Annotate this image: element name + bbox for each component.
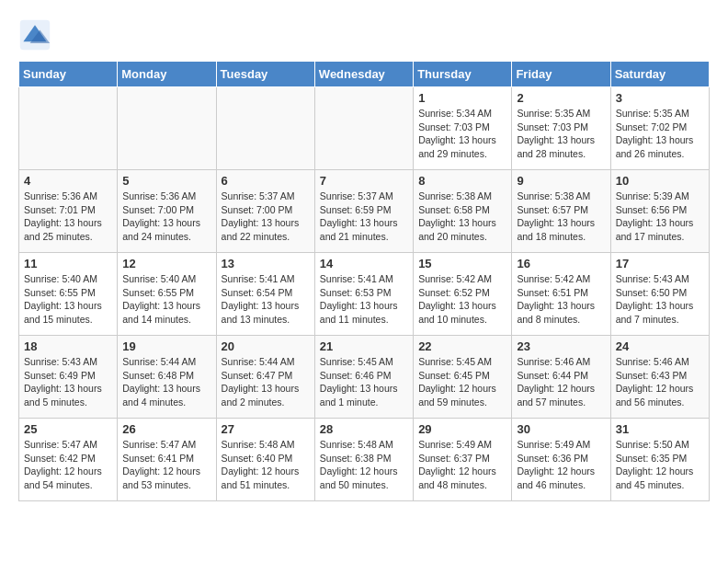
calendar-cell: 25Sunrise: 5:47 AMSunset: 6:42 PMDayligh…	[19, 419, 118, 501]
day-info: Sunrise: 5:48 AMSunset: 6:38 PMDaylight:…	[320, 438, 408, 492]
day-number: 13	[222, 257, 310, 270]
day-number: 17	[616, 257, 704, 270]
day-info: Sunrise: 5:42 AMSunset: 6:51 PMDaylight:…	[517, 272, 605, 327]
calendar-cell: 26Sunrise: 5:47 AMSunset: 6:41 PMDayligh…	[118, 419, 216, 501]
day-number: 18	[24, 339, 112, 353]
day-info: Sunrise: 5:50 AMSunset: 6:35 PMDaylight:…	[616, 438, 704, 492]
weekday-sunday: Sunday	[19, 62, 118, 87]
calendar-cell: 19Sunrise: 5:44 AMSunset: 6:48 PMDayligh…	[118, 336, 216, 419]
day-number: 9	[517, 174, 605, 188]
day-info: Sunrise: 5:46 AMSunset: 6:44 PMDaylight:…	[517, 355, 605, 409]
day-info: Sunrise: 5:43 AMSunset: 6:49 PMDaylight:…	[24, 355, 112, 409]
day-number: 14	[320, 257, 408, 270]
calendar-week-3: 11Sunrise: 5:40 AMSunset: 6:55 PMDayligh…	[19, 253, 710, 336]
day-number: 15	[418, 257, 506, 270]
day-number: 27	[222, 422, 310, 436]
weekday-tuesday: Tuesday	[216, 62, 314, 87]
weekday-monday: Monday	[118, 62, 216, 87]
day-number: 30	[517, 422, 605, 436]
calendar-cell: 6Sunrise: 5:37 AMSunset: 7:00 PMDaylight…	[216, 170, 314, 253]
calendar-cell: 27Sunrise: 5:48 AMSunset: 6:40 PMDayligh…	[216, 419, 314, 501]
calendar-cell: 18Sunrise: 5:43 AMSunset: 6:49 PMDayligh…	[19, 336, 118, 419]
calendar-cell: 15Sunrise: 5:42 AMSunset: 6:52 PMDayligh…	[414, 253, 512, 336]
calendar-cell: 5Sunrise: 5:36 AMSunset: 7:00 PMDaylight…	[118, 170, 216, 253]
day-info: Sunrise: 5:45 AMSunset: 6:45 PMDaylight:…	[418, 355, 506, 409]
calendar-cell: 22Sunrise: 5:45 AMSunset: 6:45 PMDayligh…	[414, 336, 512, 419]
calendar-cell	[118, 87, 216, 170]
day-info: Sunrise: 5:35 AMSunset: 7:03 PMDaylight:…	[517, 107, 605, 161]
day-number: 19	[122, 339, 210, 353]
day-info: Sunrise: 5:40 AMSunset: 6:55 PMDaylight:…	[122, 272, 210, 327]
day-number: 28	[320, 422, 408, 436]
calendar-cell: 21Sunrise: 5:45 AMSunset: 6:46 PMDayligh…	[314, 336, 413, 419]
calendar-week-5: 25Sunrise: 5:47 AMSunset: 6:42 PMDayligh…	[19, 419, 710, 501]
day-info: Sunrise: 5:38 AMSunset: 6:57 PMDaylight:…	[517, 190, 605, 244]
day-number: 12	[122, 257, 210, 270]
calendar-cell: 31Sunrise: 5:50 AMSunset: 6:35 PMDayligh…	[610, 419, 709, 501]
day-info: Sunrise: 5:42 AMSunset: 6:52 PMDaylight:…	[418, 272, 506, 327]
day-number: 8	[418, 174, 506, 188]
day-number: 6	[222, 174, 310, 188]
day-number: 29	[418, 422, 506, 436]
calendar-cell: 28Sunrise: 5:48 AMSunset: 6:38 PMDayligh…	[314, 419, 413, 501]
day-number: 21	[320, 339, 408, 353]
calendar-cell: 12Sunrise: 5:40 AMSunset: 6:55 PMDayligh…	[118, 253, 216, 336]
calendar-cell: 3Sunrise: 5:35 AMSunset: 7:02 PMDaylight…	[610, 87, 709, 170]
day-number: 11	[24, 257, 112, 270]
day-info: Sunrise: 5:43 AMSunset: 6:50 PMDaylight:…	[616, 272, 704, 327]
day-info: Sunrise: 5:36 AMSunset: 7:01 PMDaylight:…	[24, 190, 112, 244]
calendar-cell: 7Sunrise: 5:37 AMSunset: 6:59 PMDaylight…	[314, 170, 413, 253]
day-info: Sunrise: 5:34 AMSunset: 7:03 PMDaylight:…	[418, 107, 506, 161]
day-info: Sunrise: 5:45 AMSunset: 6:46 PMDaylight:…	[320, 355, 408, 409]
day-info: Sunrise: 5:35 AMSunset: 7:02 PMDaylight:…	[616, 107, 704, 161]
calendar-cell: 1Sunrise: 5:34 AMSunset: 7:03 PMDaylight…	[414, 87, 512, 170]
weekday-friday: Friday	[512, 62, 610, 87]
day-number: 22	[418, 339, 506, 353]
day-info: Sunrise: 5:37 AMSunset: 7:00 PMDaylight:…	[222, 190, 310, 244]
calendar-cell: 2Sunrise: 5:35 AMSunset: 7:03 PMDaylight…	[512, 87, 610, 170]
day-number: 31	[616, 422, 704, 436]
day-info: Sunrise: 5:49 AMSunset: 6:36 PMDaylight:…	[517, 438, 605, 492]
day-number: 20	[222, 339, 310, 353]
weekday-thursday: Thursday	[414, 62, 512, 87]
day-info: Sunrise: 5:40 AMSunset: 6:55 PMDaylight:…	[24, 272, 112, 327]
day-number: 25	[24, 422, 112, 436]
calendar-cell: 11Sunrise: 5:40 AMSunset: 6:55 PMDayligh…	[19, 253, 118, 336]
calendar-cell: 17Sunrise: 5:43 AMSunset: 6:50 PMDayligh…	[610, 253, 709, 336]
calendar-cell: 10Sunrise: 5:39 AMSunset: 6:56 PMDayligh…	[610, 170, 709, 253]
calendar-cell: 13Sunrise: 5:41 AMSunset: 6:54 PMDayligh…	[216, 253, 314, 336]
day-info: Sunrise: 5:37 AMSunset: 6:59 PMDaylight:…	[320, 190, 408, 244]
day-info: Sunrise: 5:38 AMSunset: 6:58 PMDaylight:…	[418, 190, 506, 244]
calendar-cell: 30Sunrise: 5:49 AMSunset: 6:36 PMDayligh…	[512, 419, 610, 501]
day-info: Sunrise: 5:44 AMSunset: 6:48 PMDaylight:…	[122, 355, 210, 409]
calendar-cell	[19, 87, 118, 170]
day-info: Sunrise: 5:47 AMSunset: 6:41 PMDaylight:…	[122, 438, 210, 492]
day-info: Sunrise: 5:39 AMSunset: 6:56 PMDaylight:…	[616, 190, 704, 244]
calendar-cell: 24Sunrise: 5:46 AMSunset: 6:43 PMDayligh…	[610, 336, 709, 419]
day-info: Sunrise: 5:49 AMSunset: 6:37 PMDaylight:…	[418, 438, 506, 492]
day-info: Sunrise: 5:47 AMSunset: 6:42 PMDaylight:…	[24, 438, 112, 492]
calendar-table: SundayMondayTuesdayWednesdayThursdayFrid…	[18, 61, 710, 501]
logo	[18, 18, 57, 52]
day-number: 26	[122, 422, 210, 436]
day-number: 1	[418, 91, 506, 105]
calendar-cell	[314, 87, 413, 170]
calendar-cell: 23Sunrise: 5:46 AMSunset: 6:44 PMDayligh…	[512, 336, 610, 419]
calendar-week-4: 18Sunrise: 5:43 AMSunset: 6:49 PMDayligh…	[19, 336, 710, 419]
day-number: 3	[616, 91, 704, 105]
calendar-cell: 4Sunrise: 5:36 AMSunset: 7:01 PMDaylight…	[19, 170, 118, 253]
day-number: 10	[616, 174, 704, 188]
day-info: Sunrise: 5:46 AMSunset: 6:43 PMDaylight:…	[616, 355, 704, 409]
calendar-cell: 20Sunrise: 5:44 AMSunset: 6:47 PMDayligh…	[216, 336, 314, 419]
day-number: 5	[122, 174, 210, 188]
day-info: Sunrise: 5:36 AMSunset: 7:00 PMDaylight:…	[122, 190, 210, 244]
calendar-cell	[216, 87, 314, 170]
calendar-week-1: 1Sunrise: 5:34 AMSunset: 7:03 PMDaylight…	[19, 87, 710, 170]
day-info: Sunrise: 5:41 AMSunset: 6:54 PMDaylight:…	[222, 272, 310, 327]
logo-icon	[18, 18, 51, 52]
day-number: 23	[517, 339, 605, 353]
day-number: 2	[517, 91, 605, 105]
day-number: 24	[616, 339, 704, 353]
calendar-cell: 16Sunrise: 5:42 AMSunset: 6:51 PMDayligh…	[512, 253, 610, 336]
calendar-cell: 8Sunrise: 5:38 AMSunset: 6:58 PMDaylight…	[414, 170, 512, 253]
